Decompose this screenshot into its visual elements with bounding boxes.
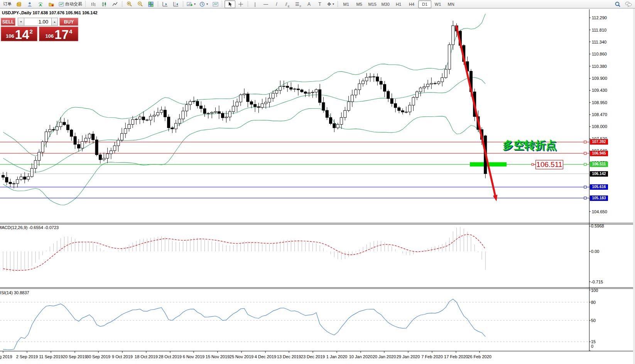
timeframe-m5-button[interactable]: M5 bbox=[353, 0, 366, 8]
price-tick-label: 109.430 bbox=[592, 88, 607, 93]
price-tick-label: 112.290 bbox=[592, 15, 607, 20]
window-edge bbox=[633, 8, 635, 364]
price-tick-label: 111.340 bbox=[592, 40, 606, 44]
vertical-line-tool-button[interactable]: | bbox=[250, 0, 260, 8]
macd-tick-label: 0.5968 bbox=[591, 224, 604, 228]
sell-button[interactable]: SELL bbox=[1, 18, 15, 26]
toolbar-separator bbox=[338, 1, 338, 7]
timeframe-d1-button[interactable]: D1 bbox=[418, 0, 431, 8]
date-axis-label: 29 Jan 2020 bbox=[395, 354, 422, 359]
line-chart-button[interactable] bbox=[110, 0, 120, 8]
date-axis-label: 15 Nov 2019 bbox=[204, 354, 231, 359]
buy-price-button[interactable]: 106 17 4 bbox=[39, 27, 78, 41]
equidistant-channel-icon: ⫽ bbox=[285, 2, 287, 7]
timeframe-h4-button[interactable]: H4 bbox=[405, 0, 418, 8]
sell-pipette: 2 bbox=[30, 28, 33, 35]
date-axis-label: 11 Sep 2019 bbox=[37, 354, 64, 359]
chart-canvas[interactable] bbox=[0, 0, 635, 364]
chart-shift-button[interactable] bbox=[171, 0, 181, 8]
sub-letter: F bbox=[300, 5, 301, 8]
drawing-tools-group: |—/⫽E☰FAT✥▾ bbox=[250, 0, 336, 8]
chart-title: USDJPY-,Daily 107.638 107.676 105.961 10… bbox=[2, 10, 98, 15]
fibonacci-retracement-icon: ☰ bbox=[295, 2, 299, 7]
date-axis-label: 18 Oct 2019 bbox=[133, 354, 160, 359]
rsi-indicator-label: RSI(14) 30.8837 bbox=[0, 290, 29, 295]
toolbar-separator bbox=[158, 1, 158, 7]
date-axis-label: 23 Dec 2019 bbox=[299, 354, 326, 359]
turning-point-annotation[interactable]: 多空转折点 bbox=[503, 138, 557, 153]
level-callout-box[interactable]: 106.511 bbox=[535, 160, 563, 169]
rsi-tick-label: 50 bbox=[591, 318, 596, 323]
candle-chart-button[interactable] bbox=[99, 0, 110, 8]
profile-icon[interactable] bbox=[24, 0, 35, 8]
text-tool-button[interactable]: A bbox=[304, 0, 314, 8]
zoom-in-button[interactable] bbox=[124, 0, 135, 8]
buy-pipette: 4 bbox=[69, 28, 72, 35]
trendline-icon: / bbox=[276, 2, 277, 7]
timeframe-group: M1M5M15M30H1H4D1W1MN bbox=[339, 0, 458, 8]
comments-button[interactable] bbox=[623, 0, 634, 8]
price-tick-label: 109.900 bbox=[592, 76, 607, 81]
auto-scroll-button[interactable] bbox=[160, 0, 171, 8]
vertical-line-icon: | bbox=[254, 2, 255, 7]
cursor-tool-button[interactable] bbox=[225, 0, 235, 8]
market-folder-icon[interactable] bbox=[46, 0, 57, 8]
timeframe-mn-button[interactable]: MN bbox=[444, 0, 458, 8]
rsi-tick-label: 100 bbox=[591, 288, 598, 293]
date-axis-label: 20 Sep 2019 bbox=[61, 354, 88, 359]
price-tick-label: 107.040 bbox=[592, 148, 607, 153]
volume-increase-button[interactable]: ▲ bbox=[51, 18, 58, 26]
date-axis-label: 25 Nov 2019 bbox=[228, 354, 255, 359]
volume-input[interactable] bbox=[24, 18, 51, 26]
new-chart-dropdown[interactable]: ▾ bbox=[185, 0, 198, 8]
templates-button[interactable] bbox=[210, 0, 221, 8]
date-axis-label: 30 Sep 2019 bbox=[85, 354, 112, 359]
autotrading-button[interactable]: 自动交易 bbox=[57, 0, 84, 8]
one-click-trading-panel: SELL ▼ ▲ BUY 106 14 2 106 17 4 bbox=[1, 18, 78, 41]
tile-windows-button[interactable] bbox=[145, 0, 156, 8]
date-axis-label: 13 Dec 2019 bbox=[275, 354, 302, 359]
price-tick-label: 105.150 bbox=[592, 197, 607, 201]
price-tick-label: 105.620 bbox=[592, 185, 607, 189]
macd-indicator-label: MACD(12,26,9) -0.6554 -0.0723 bbox=[0, 225, 59, 230]
timeframe-m15-button[interactable]: M15 bbox=[366, 0, 379, 8]
timeframe-m30-button[interactable]: M30 bbox=[379, 0, 392, 8]
timeframe-m1-button[interactable]: M1 bbox=[339, 0, 353, 8]
date-axis-label: 17 Feb 2020 bbox=[442, 354, 469, 359]
arrow-objects-tool-button[interactable]: ✥▾ bbox=[325, 0, 336, 8]
signals-icon[interactable] bbox=[35, 0, 46, 8]
buy-button[interactable]: BUY bbox=[59, 18, 78, 26]
timeframe-h1-button[interactable]: H1 bbox=[392, 0, 405, 8]
horizontal-line-tool-button[interactable]: — bbox=[260, 0, 271, 8]
new-order-button[interactable]: 订单 bbox=[1, 0, 14, 8]
arrow-objects-icon: ✥ bbox=[327, 2, 331, 7]
crosshair-tool-button[interactable] bbox=[235, 0, 246, 8]
price-tick-label: 111.810 bbox=[592, 28, 606, 32]
sell-price-button[interactable]: 106 14 2 bbox=[1, 27, 37, 41]
zoom-out-button[interactable] bbox=[135, 0, 145, 8]
price-tick-label: 106.090 bbox=[592, 173, 607, 177]
buy-big-figure: 106 bbox=[46, 33, 54, 39]
macd-tick-label: 0.00 bbox=[591, 249, 599, 254]
axis-labels-layer: 112.290111.810111.340110.860110.380109.9… bbox=[0, 0, 635, 364]
date-axis-label: 9 Oct 2019 bbox=[109, 354, 136, 359]
timeframe-w1-button[interactable]: W1 bbox=[431, 0, 444, 8]
autotrading-icon bbox=[59, 2, 64, 7]
search-button[interactable] bbox=[612, 0, 623, 8]
date-axis-label: 10 Jan 2020 bbox=[347, 354, 374, 359]
date-axis-label: 6 Nov 2019 bbox=[180, 354, 207, 359]
text-label-icon: T bbox=[318, 2, 321, 7]
bar-chart-button[interactable] bbox=[88, 0, 99, 8]
fibonacci-retracement-tool-button[interactable]: ☰F bbox=[293, 0, 304, 8]
toolbar-separator bbox=[248, 1, 248, 7]
date-axis-label: Aug 2019 bbox=[0, 354, 17, 359]
price-level-badge: 106.945 bbox=[590, 151, 608, 156]
gold-cube-icon[interactable] bbox=[14, 0, 24, 8]
periodicity-dropdown[interactable]: ▾ bbox=[198, 0, 210, 8]
sub-letter: E bbox=[288, 5, 290, 8]
trendline-tool-button[interactable]: / bbox=[271, 0, 282, 8]
volume-decrease-button[interactable]: ▼ bbox=[18, 18, 24, 26]
equidistant-channel-tool-button[interactable]: ⫽E bbox=[282, 0, 293, 8]
toolbar-separator bbox=[183, 1, 183, 7]
text-label-tool-button[interactable]: T bbox=[314, 0, 325, 8]
